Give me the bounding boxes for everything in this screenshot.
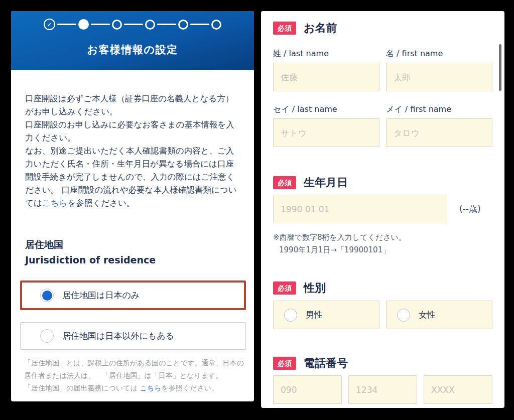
phone-part1-input[interactable] <box>273 375 342 404</box>
residence-heading-ja: 居住地国 <box>25 237 240 252</box>
panel-header: ✓ お客様情報の設定 <box>11 11 254 70</box>
step-connector <box>57 24 76 25</box>
intro-text: 口座開設は必ずご本人様（証券口座の名義人となる方）がお申し込みください。 口座開… <box>25 92 241 210</box>
form-body: 必須 お名前 姓 / last name 名 / first name セイ /… <box>261 21 504 404</box>
field-first-name-kanji: 名 / first name <box>386 49 492 91</box>
step-connector <box>190 24 209 25</box>
birth-format-note: ※西暦で数字8桁を入力してください。 1990年1月1日→「19900101」 <box>273 231 492 256</box>
field-last-name-kana: セイ / last name <box>273 104 379 147</box>
intro-line-3-suffix: を参照ください。 <box>67 198 135 208</box>
required-badge: 必須 <box>273 357 296 370</box>
customer-info-panel: ✓ お客様情報の設定 口座開設は必ずご本人様（証券口座の名義人となる方）がお申し… <box>11 11 254 401</box>
radio-unchecked-icon[interactable] <box>397 309 410 322</box>
radio-unchecked-icon[interactable] <box>40 329 54 343</box>
phone-section-title: 電話番号 <box>304 356 348 371</box>
residence-duty-link[interactable]: こちら <box>140 384 161 392</box>
footnote-line-1: 「居住地国」とは、課税上の住所がある国のことです。通常、日本の居住者または法人は… <box>24 359 244 379</box>
step-3-todo-circle-icon <box>112 20 122 30</box>
required-badge: 必須 <box>273 176 296 189</box>
gender-option-male[interactable]: 男性 <box>273 301 379 329</box>
birth-section-title: 生年月日 <box>304 175 348 190</box>
radio-unchecked-icon[interactable] <box>284 309 297 322</box>
step-4-todo-circle-icon <box>145 20 155 30</box>
age-display: (--歳) <box>459 203 481 215</box>
phone-part2-input[interactable] <box>348 375 417 404</box>
radio-checked-icon[interactable] <box>40 289 54 302</box>
gender-female-label: 女性 <box>419 309 436 321</box>
form-panel: 必須 お名前 姓 / last name 名 / first name セイ /… <box>261 11 504 408</box>
residence-heading-en: Jurisdiction of residence <box>25 252 240 268</box>
birth-note-line-1: ※西暦で数字8桁を入力してください。 <box>273 233 406 242</box>
intro-line-2: 口座開設のお申し込みに必要なお客さまの基本情報を入力ください。 <box>25 120 234 143</box>
residence-footnote: 「居住地国」とは、課税上の住所がある国のことです。通常、日本の居住者または法人は… <box>24 357 247 394</box>
step-2-active-circle-icon <box>78 19 89 30</box>
documents-info-link[interactable]: こちら <box>42 198 68 208</box>
intro-line-1: 口座開設は必ずご本人様（証券口座の名義人となる方）がお申し込みください。 <box>25 94 233 116</box>
last-name-kanji-input[interactable] <box>273 63 379 91</box>
required-badge: 必須 <box>273 282 296 295</box>
step-connector <box>91 24 110 25</box>
residence-option-label: 居住地国は日本のみ <box>62 290 140 301</box>
progress-stepper: ✓ <box>11 11 254 30</box>
step-connector <box>124 24 143 25</box>
field-last-name-kanji: 姓 / last name <box>273 49 379 91</box>
residence-option-outside-japan[interactable]: 居住地国は日本以外にもある <box>20 322 246 350</box>
footnote-line-2-suffix: を参照ください。 <box>161 384 218 392</box>
field-first-name-kana: メイ / first name <box>386 104 492 147</box>
last-name-kana-input[interactable] <box>273 118 379 147</box>
residence-option-japan-only[interactable]: 居住地国は日本のみ <box>20 281 246 310</box>
birth-input-row: (--歳) <box>273 195 492 223</box>
gender-choice-row: 男性 女性 <box>273 301 492 329</box>
first-name-kana-input[interactable] <box>386 118 492 147</box>
name-field-grid: 姓 / last name 名 / first name セイ / last n… <box>273 36 492 147</box>
footnote-line-2: 「居住地国」の届出義務については <box>24 384 140 392</box>
gender-male-label: 男性 <box>306 309 323 321</box>
name-section-title: お名前 <box>304 21 337 36</box>
name-section-header: 必須 お名前 <box>273 21 492 36</box>
page-title: お客様情報の設定 <box>11 43 254 57</box>
gender-option-female[interactable]: 女性 <box>386 301 492 329</box>
birth-note-line-2: 1990年1月1日→「19900101」 <box>273 245 390 254</box>
first-name-kana-label: メイ / first name <box>386 104 492 114</box>
birth-date-input[interactable] <box>273 195 447 223</box>
gender-section-title: 性別 <box>304 281 326 296</box>
last-name-kana-label: セイ / last name <box>273 104 379 114</box>
first-name-kanji-input[interactable] <box>386 63 492 91</box>
step-6-todo-circle-icon <box>211 20 221 30</box>
required-badge: 必須 <box>273 22 296 35</box>
screen: ✓ お客様情報の設定 口座開設は必ずご本人様（証券口座の名義人となる方）がお申し… <box>0 0 514 420</box>
residence-option-label: 居住地国は日本以外にもある <box>62 330 174 342</box>
last-name-kanji-label: 姓 / last name <box>273 49 379 59</box>
phone-input-row <box>273 375 492 404</box>
step-5-todo-circle-icon <box>178 20 188 30</box>
step-connector <box>157 24 176 25</box>
gender-section-header: 必須 性別 <box>273 281 492 296</box>
scrollbar[interactable] <box>499 44 501 91</box>
first-name-kanji-label: 名 / first name <box>386 49 492 59</box>
phone-section-header: 必須 電話番号 <box>273 356 492 371</box>
phone-part3-input[interactable] <box>424 375 492 404</box>
step-1-done-check-icon: ✓ <box>44 19 55 30</box>
residence-heading-block: 居住地国 Jurisdiction of residence <box>25 237 240 268</box>
birth-section-header: 必須 生年月日 <box>273 175 492 190</box>
